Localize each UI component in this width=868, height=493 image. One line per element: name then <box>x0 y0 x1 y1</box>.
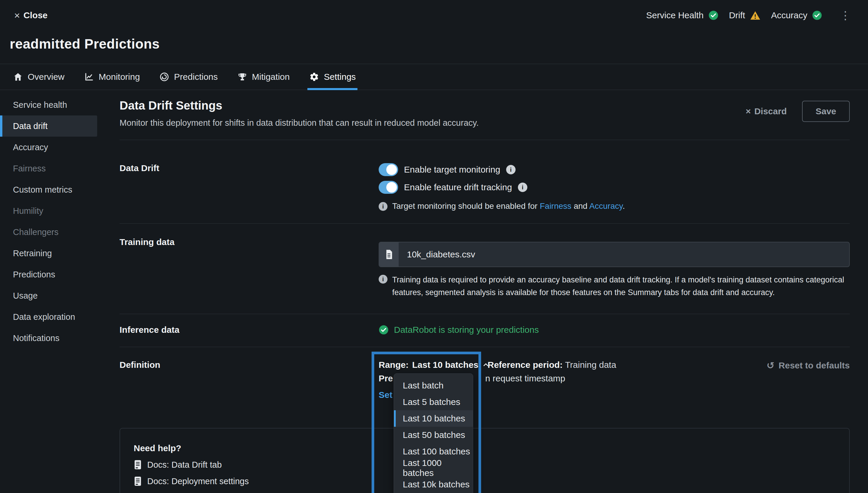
tab-label: Overview <box>28 72 64 82</box>
kebab-menu-icon[interactable]: ⋮ <box>840 12 851 19</box>
section-label: Inference data <box>120 325 378 335</box>
section-label: Data Drift <box>120 163 378 211</box>
sidebar-item-challengers[interactable]: Challengers <box>0 221 97 243</box>
reset-icon: ↺ <box>766 361 774 370</box>
dropdown-option-last-1000-batches[interactable]: Last 1000 batches <box>394 460 473 476</box>
range-dropdown-menu: Last batch Last 5 batches Last 10 batche… <box>394 373 473 493</box>
book-icon <box>134 476 142 486</box>
sidebar-item-notifications[interactable]: Notifications <box>0 327 97 349</box>
range-label: Range: <box>378 360 409 370</box>
sidebar-item-predictions[interactable]: Predictions <box>0 264 97 285</box>
range-value: Last 10 batches <box>412 360 478 370</box>
discard-button[interactable]: × Discard <box>745 106 787 116</box>
accuracy-link[interactable]: Accuracy <box>589 201 623 211</box>
close-label: Close <box>24 10 48 20</box>
sidebar-item-service-health[interactable]: Service health <box>0 94 97 115</box>
close-button[interactable]: × Close <box>14 10 48 20</box>
info-icon[interactable]: i <box>518 183 527 192</box>
note-text: Training data is required to provide an … <box>392 274 850 299</box>
settings-sidebar: Service health Data drift Accuracy Fairn… <box>0 90 119 349</box>
sidebar-item-fairness[interactable]: Fairness <box>0 158 97 179</box>
status-accuracy[interactable]: Accuracy <box>771 10 822 20</box>
help-title: Need help? <box>134 443 836 453</box>
reset-label: Reset to defaults <box>779 361 850 370</box>
prediction-timestamp-fragment-left: Pre <box>378 373 393 383</box>
set-link-fragment[interactable]: Set <box>378 390 392 400</box>
save-button[interactable]: Save <box>802 101 850 122</box>
tab-settings[interactable]: Settings <box>309 64 356 89</box>
info-icon[interactable]: i <box>506 165 516 174</box>
tab-overview[interactable]: Overview <box>13 64 64 89</box>
section-label: Definition <box>120 360 378 428</box>
sidebar-item-humility[interactable]: Humility <box>0 200 97 221</box>
home-icon <box>13 72 23 82</box>
tab-mitigation[interactable]: Mitigation <box>237 64 290 89</box>
tab-label: Settings <box>324 72 356 82</box>
status-label: Accuracy <box>771 10 807 20</box>
section-label: Training data <box>120 235 378 299</box>
status-label: Drift <box>729 10 745 20</box>
sidebar-item-data-drift[interactable]: Data drift <box>0 115 97 137</box>
tab-label: Mitigation <box>252 72 290 82</box>
reference-value: Training data <box>565 360 616 370</box>
dropdown-option-last-batch[interactable]: Last batch <box>394 377 473 394</box>
tab-bar: Overview Monitoring Predictions Mitigati… <box>0 64 868 90</box>
prediction-timestamp-fragment-right: n request timestamp <box>485 373 565 383</box>
tab-label: Monitoring <box>99 72 140 82</box>
note-and: and <box>573 201 587 211</box>
reference-label: Reference period: <box>487 360 563 370</box>
section-data-drift: Data Drift Enable target monitoring i En… <box>120 140 850 223</box>
inference-status-text: DataRobot is storing your predictions <box>394 325 539 335</box>
fairness-link[interactable]: Fairness <box>540 201 571 211</box>
top-bar: × Close Service Health Drift Accuracy ⋮ <box>0 0 868 30</box>
section-definition: Definition Range: Last 10 batches Refere… <box>120 347 850 428</box>
status-drift[interactable]: Drift <box>729 10 761 20</box>
page-section-description: Monitor this deployment for shifts in da… <box>120 118 479 128</box>
dropdown-option-last-5-batches[interactable]: Last 5 batches <box>394 394 473 410</box>
toggle-label: Enable feature drift tracking <box>404 182 512 192</box>
tab-monitoring[interactable]: Monitoring <box>84 64 140 89</box>
need-help-panel: Need help? Docs: Data Drift tab Docs: De… <box>120 428 850 493</box>
sidebar-item-usage[interactable]: Usage <box>0 285 97 306</box>
target-arrow-icon <box>159 72 169 82</box>
training-data-note: i Training data is required to provide a… <box>378 274 850 299</box>
training-data-file-input[interactable]: 10k_diabetes.csv <box>378 242 850 267</box>
section-inference-data: Inference data DataRobot is storing your… <box>120 314 850 347</box>
target-monitoring-toggle[interactable] <box>378 163 398 176</box>
line-chart-icon <box>84 72 94 82</box>
note-text: Target monitoring should be enabled for … <box>392 201 625 211</box>
check-circle-icon <box>812 10 822 20</box>
tab-predictions[interactable]: Predictions <box>159 64 218 89</box>
dropdown-option-last-10-batches[interactable]: Last 10 batches <box>394 410 473 427</box>
help-link-label: Docs: Deployment settings <box>147 476 249 486</box>
range-dropdown-trigger[interactable]: Range: Last 10 batches <box>378 360 490 370</box>
status-service-health[interactable]: Service Health <box>646 10 718 20</box>
target-monitoring-note: i Target monitoring should be enabled fo… <box>378 201 850 211</box>
help-link-label: Docs: Data Drift tab <box>147 460 222 470</box>
file-icon <box>385 249 393 260</box>
check-circle-icon <box>378 325 389 335</box>
tab-label: Predictions <box>174 72 218 82</box>
sidebar-item-accuracy[interactable]: Accuracy <box>0 137 97 158</box>
dropdown-option-last-10k-batches[interactable]: Last 10k batches <box>394 476 473 493</box>
help-link-deployment-settings[interactable]: Docs: Deployment settings <box>134 476 836 486</box>
deployment-status-bar: Service Health Drift Accuracy ⋮ <box>646 10 851 20</box>
reference-period: Reference period: Training data <box>487 360 616 370</box>
close-icon: × <box>14 10 20 20</box>
gear-icon <box>309 72 319 82</box>
note-suffix: . <box>623 201 625 211</box>
help-link-data-drift-tab[interactable]: Docs: Data Drift tab <box>134 460 836 470</box>
sidebar-item-retraining[interactable]: Retraining <box>0 243 97 264</box>
sidebar-item-data-exploration[interactable]: Data exploration <box>0 306 97 327</box>
discard-label: Discard <box>754 106 787 116</box>
dropdown-option-last-50-batches[interactable]: Last 50 batches <box>394 427 473 443</box>
note-prefix: Target monitoring should be enabled for <box>392 201 537 211</box>
reset-to-defaults-button[interactable]: ↺ Reset to defaults <box>766 361 850 370</box>
warning-triangle-icon <box>750 10 761 20</box>
feature-drift-toggle[interactable] <box>378 181 398 194</box>
info-icon: i <box>378 275 388 284</box>
book-icon <box>134 460 142 470</box>
dropdown-option-last-100-batches[interactable]: Last 100 batches <box>394 443 473 460</box>
discard-x-icon: × <box>745 106 751 116</box>
sidebar-item-custom-metrics[interactable]: Custom metrics <box>0 179 97 200</box>
